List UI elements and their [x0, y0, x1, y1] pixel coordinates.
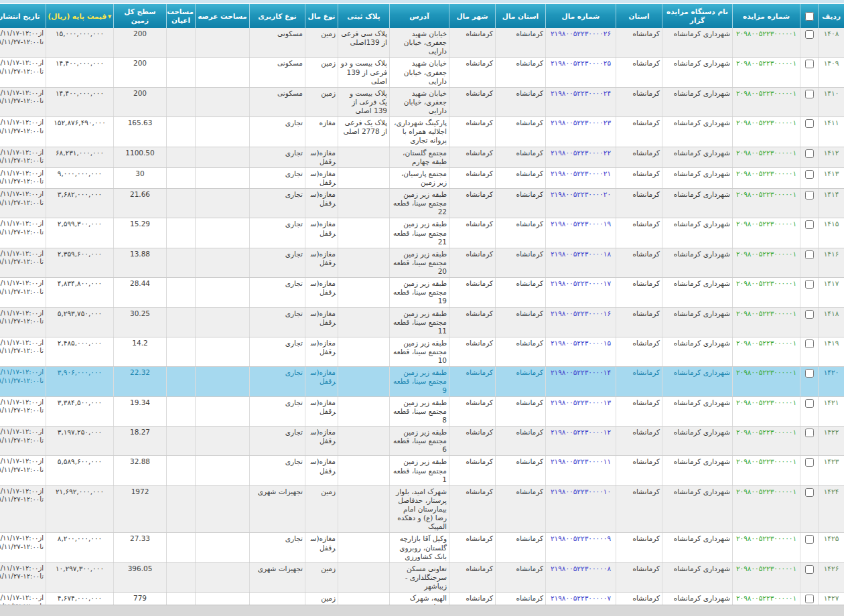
asset-number-link[interactable]: ۲۱۹۸۰۰۵۲۲۳۰۰۰۰۱۳ [551, 398, 611, 406]
row-checkbox[interactable] [805, 488, 814, 497]
table-row[interactable]: ۱۴۱۸۲۰۹۸۰۰۵۲۲۳۰۰۰۰۰۱شهرداری کرمانشاهکرما… [0, 307, 844, 337]
cell-usage: تجاری [250, 248, 305, 277]
auction-number-link[interactable]: ۲۰۹۸۰۰۵۲۲۳۰۰۰۰۰۱ [736, 220, 796, 228]
table-row[interactable]: ۱۴۱۱۲۰۹۸۰۰۵۲۲۳۰۰۰۰۰۱شهرداری کرمانشاهکرما… [0, 117, 844, 147]
auction-number-link[interactable]: ۲۰۹۸۰۰۵۲۲۳۰۰۰۰۰۱ [736, 309, 796, 317]
column-header-province[interactable]: استان [616, 4, 662, 28]
auction-number-link[interactable]: ۲۰۹۸۰۰۵۲۲۳۰۰۰۰۰۱ [736, 457, 796, 465]
row-checkbox[interactable] [805, 90, 814, 98]
table-row[interactable]: ۱۴۲۵۲۰۹۸۰۰۵۲۲۳۰۰۰۰۰۱شهرداری کرمانشاهکرما… [0, 533, 844, 562]
auction-number-link[interactable]: ۲۰۹۸۰۰۵۲۲۳۰۰۰۰۰۱ [736, 564, 796, 572]
auction-number-link[interactable]: ۲۰۹۸۰۰۵۲۲۳۰۰۰۰۰۱ [736, 190, 796, 198]
column-header-auction_no[interactable]: شماره مزایده [733, 4, 800, 28]
table-row[interactable]: ۱۴۱۳۲۰۹۸۰۰۵۲۲۳۰۰۰۰۰۱شهرداری کرمانشاهکرما… [0, 167, 844, 188]
asset-number-link[interactable]: ۲۱۹۸۰۰۵۲۲۳۰۰۰۰۰۸ [551, 564, 611, 572]
asset-number-link[interactable]: ۲۱۹۸۰۰۵۲۲۳۰۰۰۰۲۰ [551, 190, 611, 198]
column-header-publish[interactable]: تاریخ انتشار [0, 4, 46, 28]
auction-number-link[interactable]: ۲۰۹۸۰۰۵۲۲۳۰۰۰۰۰۱ [736, 594, 796, 602]
cell-asset_type: مغازه(سرقفل [305, 427, 338, 456]
column-header-select[interactable] [800, 4, 819, 28]
auction-number-link[interactable]: ۲۰۹۸۰۰۵۲۲۳۰۰۰۰۰۱ [736, 534, 796, 542]
asset-number-link[interactable]: ۲۱۹۸۰۰۵۲۲۳۰۰۰۰۱۷ [551, 279, 611, 287]
row-checkbox[interactable] [805, 535, 814, 544]
column-header-usage[interactable]: نوع کاربری [250, 4, 305, 28]
row-checkbox[interactable] [805, 458, 814, 467]
table-row[interactable]: ۱۴۱۵۲۰۹۸۰۰۵۲۲۳۰۰۰۰۰۱شهرداری کرمانشاهکرما… [0, 218, 844, 248]
asset-number-link[interactable]: ۲۱۹۸۰۰۵۲۲۳۰۰۰۰۱۸ [551, 250, 611, 258]
table-row[interactable]: ۱۴۲۴۲۰۹۸۰۰۵۲۲۳۰۰۰۰۰۱شهرداری کرمانشاهکرما… [0, 485, 844, 533]
auction-number-link[interactable]: ۲۰۹۸۰۰۵۲۲۳۰۰۰۰۰۱ [736, 59, 796, 67]
row-checkbox[interactable] [805, 170, 814, 179]
asset-number-link[interactable]: ۲۱۹۸۰۰۵۲۲۳۰۰۰۰۰۹ [551, 534, 611, 542]
column-header-row_no[interactable]: ردیف [819, 4, 844, 28]
asset-number-link[interactable]: ۲۱۹۸۰۰۵۲۲۳۰۰۰۰۱۰ [551, 487, 611, 495]
column-header-asset_province[interactable]: استان مال [496, 4, 546, 28]
column-header-asset_type[interactable]: نوع مال [305, 4, 338, 28]
table-row[interactable]: ۱۴۲۶۲۰۹۸۰۰۵۲۲۳۰۰۰۰۰۱شهرداری کرمانشاهکرما… [0, 562, 844, 592]
asset-number-link[interactable]: ۲۱۹۸۰۰۵۲۲۳۰۰۰۰۲۱ [551, 169, 611, 177]
auction-number-link[interactable]: ۲۰۹۸۰۰۵۲۲۳۰۰۰۰۰۱ [736, 169, 796, 177]
asset-number-link[interactable]: ۲۱۹۸۰۰۵۲۲۳۰۰۰۰۰۷ [551, 594, 611, 602]
row-checkbox[interactable] [805, 429, 814, 437]
row-checkbox[interactable] [805, 339, 814, 348]
row-checkbox[interactable] [805, 369, 814, 378]
row-checkbox[interactable] [805, 149, 814, 158]
auction-number-link[interactable]: ۲۰۹۸۰۰۵۲۲۳۰۰۰۰۰۱ [736, 368, 796, 376]
row-checkbox[interactable] [805, 280, 814, 289]
column-header-area_ayan[interactable]: مساحت اعیان [167, 4, 196, 28]
auction-number-link[interactable]: ۲۰۹۸۰۰۵۲۲۳۰۰۰۰۰۱ [736, 428, 796, 436]
auction-number-link[interactable]: ۲۰۹۸۰۰۵۲۲۳۰۰۰۰۰۱ [736, 119, 796, 127]
row-checkbox[interactable] [805, 565, 814, 574]
column-header-asset_no[interactable]: شماره مال [546, 4, 616, 28]
auction-number-link[interactable]: ۲۰۹۸۰۰۵۲۲۳۰۰۰۰۰۱ [736, 279, 796, 287]
asset-number-link[interactable]: ۲۱۹۸۰۰۵۲۲۳۰۰۰۰۲۳ [551, 119, 611, 127]
table-row[interactable]: ۱۴۱۲۲۰۹۸۰۰۵۲۲۳۰۰۰۰۰۱شهرداری کرمانشاهکرما… [0, 147, 844, 167]
row-checkbox[interactable] [805, 595, 814, 603]
row-checkbox[interactable] [805, 60, 814, 68]
table-row[interactable]: ۱۴۰۸۲۰۹۸۰۰۵۲۲۳۰۰۰۰۰۱شهرداری کرمانشاهکرما… [0, 28, 844, 58]
asset-number-link[interactable]: ۲۱۹۸۰۰۵۲۲۳۰۰۰۰۱۱ [551, 457, 611, 465]
auction-number-link[interactable]: ۲۰۹۸۰۰۵۲۲۳۰۰۰۰۰۱ [736, 89, 796, 97]
auction-number-link[interactable]: ۲۰۹۸۰۰۵۲۲۳۰۰۰۰۰۱ [736, 149, 796, 157]
table-row[interactable]: ۱۴۱۷۲۰۹۸۰۰۵۲۲۳۰۰۰۰۰۱شهرداری کرمانشاهکرما… [0, 278, 844, 307]
row-checkbox[interactable] [805, 310, 814, 319]
auction-number-link[interactable]: ۲۰۹۸۰۰۵۲۲۳۰۰۰۰۰۱ [736, 339, 796, 347]
auction-number-link[interactable]: ۲۰۹۸۰۰۵۲۲۳۰۰۰۰۰۱ [736, 398, 796, 406]
asset-number-link[interactable]: ۲۱۹۸۰۰۵۲۲۳۰۰۰۰۲۵ [551, 59, 611, 67]
column-header-address[interactable]: آدرس [390, 4, 449, 28]
table-row-selected[interactable]: ۱۴۲۰۲۰۹۸۰۰۵۲۲۳۰۰۰۰۰۱شهرداری کرمانشاهکرما… [0, 367, 844, 396]
column-header-asset_city[interactable]: شهر مال [449, 4, 496, 28]
table-row[interactable]: ۱۴۱۶۲۰۹۸۰۰۵۲۲۳۰۰۰۰۰۱شهرداری کرمانشاهکرما… [0, 248, 844, 277]
asset-number-link[interactable]: ۲۱۹۸۰۰۵۲۲۳۰۰۰۰۱۶ [551, 309, 611, 317]
auction-number-link[interactable]: ۲۰۹۸۰۰۵۲۲۳۰۰۰۰۰۱ [736, 250, 796, 258]
row-checkbox[interactable] [805, 30, 814, 39]
table-row[interactable]: ۱۴۲۲۲۰۹۸۰۰۵۲۲۳۰۰۰۰۰۱شهرداری کرمانشاهکرما… [0, 427, 844, 456]
table-row[interactable]: ۱۴۱۰۲۰۹۸۰۰۵۲۲۳۰۰۰۰۰۱شهرداری کرمانشاهکرما… [0, 87, 844, 117]
select-all-checkbox[interactable] [805, 12, 814, 21]
column-header-plate[interactable]: پلاک ثبتی [338, 4, 390, 28]
column-header-org[interactable]: نام دستگاه مزایده گزار [662, 4, 733, 28]
asset-number-link[interactable]: ۲۱۹۸۰۰۵۲۲۳۰۰۰۰۱۲ [551, 428, 611, 436]
asset-number-link[interactable]: ۲۱۹۸۰۰۵۲۲۳۰۰۰۰۱۴ [551, 368, 611, 376]
asset-number-link[interactable]: ۲۱۹۸۰۰۵۲۲۳۰۰۰۰۱۹ [551, 220, 611, 228]
table-row[interactable]: ۱۴۰۹۲۰۹۸۰۰۵۲۲۳۰۰۰۰۰۱شهرداری کرمانشاهکرما… [0, 58, 844, 87]
auction-number-link[interactable]: ۲۰۹۸۰۰۵۲۲۳۰۰۰۰۰۱ [736, 29, 796, 37]
row-checkbox[interactable] [805, 399, 814, 408]
column-header-area_arseh[interactable]: مساحت عرصه [196, 4, 250, 28]
row-checkbox[interactable] [805, 250, 814, 259]
table-row[interactable]: ۱۴۲۱۲۰۹۸۰۰۵۲۲۳۰۰۰۰۰۱شهرداری کرمانشاهکرما… [0, 396, 844, 426]
column-header-total_land[interactable]: سطح کل زمین [114, 4, 167, 28]
asset-number-link[interactable]: ۲۱۹۸۰۰۵۲۲۳۰۰۰۰۲۲ [551, 149, 611, 157]
row-checkbox[interactable] [805, 191, 814, 200]
table-row[interactable]: ۱۴۱۴۲۰۹۸۰۰۵۲۲۳۰۰۰۰۰۱شهرداری کرمانشاهکرما… [0, 189, 844, 218]
row-checkbox[interactable] [805, 119, 814, 128]
column-header-base_price[interactable]: ▼قیمت پایه (ریال) [46, 4, 114, 28]
asset-number-link[interactable]: ۲۱۹۸۰۰۵۲۲۳۰۰۰۰۲۶ [551, 29, 611, 37]
cell-org: شهرداری کرمانشاه [662, 485, 733, 533]
table-row[interactable]: ۱۴۲۳۲۰۹۸۰۰۵۲۲۳۰۰۰۰۰۱شهرداری کرمانشاهکرما… [0, 456, 844, 485]
asset-number-link[interactable]: ۲۱۹۸۰۰۵۲۲۳۰۰۰۰۲۴ [551, 89, 611, 97]
asset-number-link[interactable]: ۲۱۹۸۰۰۵۲۲۳۰۰۰۰۱۵ [551, 339, 611, 347]
table-row[interactable]: ۱۴۱۹۲۰۹۸۰۰۵۲۲۳۰۰۰۰۰۱شهرداری کرمانشاهکرما… [0, 337, 844, 366]
auction-number-link[interactable]: ۲۰۹۸۰۰۵۲۲۳۰۰۰۰۰۱ [736, 487, 796, 495]
row-checkbox[interactable] [805, 220, 814, 229]
